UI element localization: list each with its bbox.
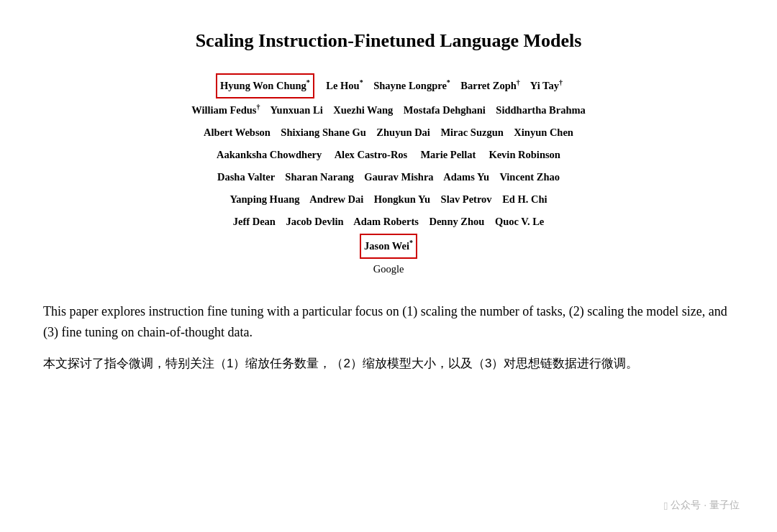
author-hyung-won-chung: Hyung Won Chung*	[216, 73, 314, 98]
watermark:  公众号 · 量子位	[664, 499, 740, 512]
affiliation: Google	[43, 263, 734, 275]
authors-line-7: Jeff Dean Jacob Devlin Adam Roberts Denn…	[43, 211, 734, 232]
author-barret-zoph: Barret Zoph†	[460, 80, 519, 91]
author-gaurav-mishra: Gaurav Mishra	[364, 171, 433, 183]
authors-line-8: Jason Wei*	[43, 234, 734, 259]
author-le-hou: Le Hou*	[326, 80, 363, 91]
author-ed-h-chi: Ed H. Chi	[502, 193, 547, 205]
author-yanping-huang: Yanping Huang	[230, 193, 299, 205]
author-mostafa-dehghani: Mostafa Dehghani	[404, 104, 486, 116]
authors-line-4: Aakanksha Chowdhery Alex Castro-Ros Mari…	[43, 145, 734, 165]
author-xuezhi-wang: Xuezhi Wang	[333, 104, 393, 116]
author-mirac-suzgun: Mirac Suzgun	[440, 127, 503, 138]
author-denny-zhou: Denny Zhou	[429, 216, 484, 227]
author-yi-tay: Yi Tay†	[530, 80, 563, 91]
author-yunxuan-li: Yunxuan Li	[270, 104, 322, 116]
page-container: Scaling Instruction-Finetuned Language M…	[0, 0, 777, 532]
author-slav-petrov: Slav Petrov	[441, 193, 492, 205]
author-sharan-narang: Sharan Narang	[285, 171, 353, 183]
author-jacob-devlin: Jacob Devlin	[286, 216, 343, 227]
watermark-text: 公众号 · 量子位	[671, 499, 740, 512]
abstract-chinese: 本文探讨了指令微调，特别关注（1）缩放任务数量，（2）缩放模型大小，以及（3）对…	[43, 354, 734, 375]
author-kevin-robinson: Kevin Robinson	[489, 149, 560, 160]
abstract-english: This paper explores instruction fine tun…	[43, 301, 734, 344]
author-adam-roberts: Adam Roberts	[353, 216, 419, 227]
author-siddhartha-brahma: Siddhartha Brahma	[496, 104, 586, 116]
author-quoc-v-le: Quoc V. Le	[495, 216, 544, 227]
author-shixiang-shane-gu: Shixiang Shane Gu	[281, 127, 365, 138]
author-hongkun-yu: Hongkun Yu	[374, 193, 430, 205]
paper-title: Scaling Instruction-Finetuned Language M…	[43, 29, 734, 53]
author-marie-pellat: Marie Pellat	[420, 149, 476, 160]
author-dasha-valter: Dasha Valter	[217, 171, 275, 183]
authors-line-2: William Fedus† Yunxuan Li Xuezhi Wang Mo…	[43, 100, 734, 121]
author-vincent-zhao: Vincent Zhao	[499, 171, 560, 183]
authors-line-3: Albert Webson Shixiang Shane Gu Zhuyun D…	[43, 122, 734, 143]
author-andrew-dai: Andrew Dai	[309, 193, 363, 205]
wechat-icon: 	[664, 500, 668, 512]
author-xinyun-chen: Xinyun Chen	[514, 127, 573, 138]
authors-line-1: Hyung Won Chung* Le Hou* Shayne Longpre*…	[43, 73, 734, 98]
author-albert-webson: Albert Webson	[204, 127, 271, 138]
authors-section: Hyung Won Chung* Le Hou* Shayne Longpre*…	[43, 73, 734, 275]
author-aakanksha-chowdhery: Aakanksha Chowdhery	[217, 149, 322, 160]
author-adams-yu: Adams Yu	[443, 171, 489, 183]
author-william-fedus: William Fedus†	[191, 104, 260, 116]
author-shayne-longpre: Shayne Longpre*	[373, 80, 450, 91]
author-jeff-dean: Jeff Dean	[233, 216, 276, 227]
abstract-section: This paper explores instruction fine tun…	[43, 301, 734, 375]
author-alex-castro-ros: Alex Castro-Ros	[335, 149, 408, 160]
authors-line-6: Yanping Huang Andrew Dai Hongkun Yu Slav…	[43, 189, 734, 210]
author-jason-wei: Jason Wei*	[360, 234, 417, 259]
authors-line-5: Dasha Valter Sharan Narang Gaurav Mishra…	[43, 167, 734, 188]
author-zhuyun-dai: Zhuyun Dai	[376, 127, 430, 138]
